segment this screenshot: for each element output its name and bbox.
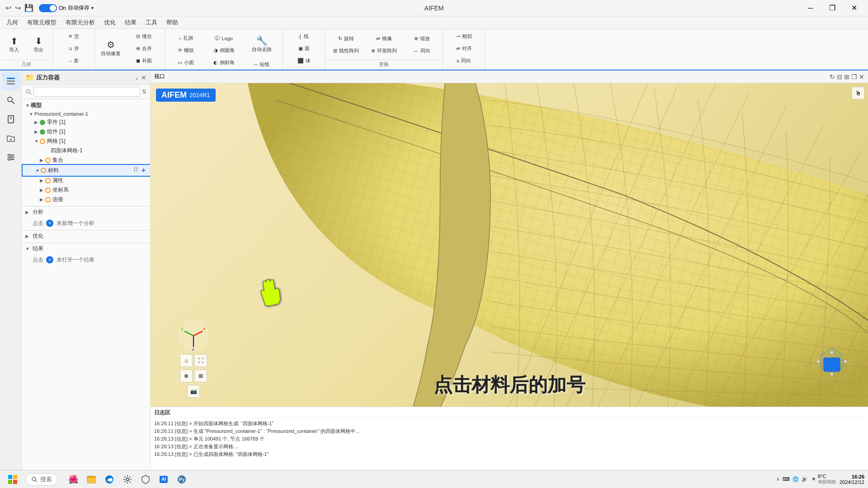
- search-sort-btn[interactable]: ⇅: [142, 89, 146, 95]
- optimization-section-header[interactable]: ▶ 优化: [22, 230, 150, 242]
- windows-start-btn[interactable]: [4, 471, 22, 488]
- taskbar-security-icon[interactable]: [137, 471, 154, 488]
- view-screenshot-btn[interactable]: 📷: [187, 385, 200, 398]
- tree-node-mesh[interactable]: ▼ 网格 [1]: [22, 136, 150, 146]
- 3d-cube-navigator[interactable]: [809, 339, 854, 384]
- union-btn[interactable]: ∪ 并: [56, 43, 92, 54]
- weather-widget[interactable]: ☀ 8°C 局部晴朗: [811, 474, 836, 485]
- settings-panel-icon[interactable]: [2, 148, 20, 166]
- tree-node-parts[interactable]: ▶ 零件 [1]: [22, 117, 150, 127]
- cut-line-btn[interactable]: ┤ 线: [286, 31, 322, 42]
- model-section-header[interactable]: ▼ 模型: [22, 101, 150, 110]
- tree-node-attribute[interactable]: ▶ 属性: [22, 176, 150, 185]
- bookmark-icon[interactable]: [2, 110, 20, 128]
- tray-volume-icon[interactable]: 🔊: [802, 476, 808, 482]
- analysis-section-header[interactable]: ▶ 分析: [22, 206, 150, 218]
- close-sidebar-btn[interactable]: ✕: [141, 74, 146, 81]
- redo-btn[interactable]: ↪: [13, 4, 23, 12]
- taskbar-files-icon[interactable]: [83, 471, 99, 488]
- time-widget[interactable]: 16:26 2024/12/12: [840, 474, 864, 485]
- close-btn[interactable]: ✕: [844, 0, 864, 16]
- assembly-align-btn[interactable]: ⇌ 对齐: [446, 43, 482, 54]
- maximize-btn[interactable]: ❐: [822, 0, 843, 16]
- tree-node-connection[interactable]: ▶ 连接: [22, 195, 150, 204]
- fillet-btn[interactable]: ◑ 倒圆角: [206, 45, 242, 56]
- tree-node-tet-mesh[interactable]: 四面体网格-1: [22, 146, 150, 155]
- taskbar-edge-icon[interactable]: [101, 471, 118, 488]
- autosave-toggle[interactable]: On 自动保存 ▾: [39, 4, 94, 12]
- viewport[interactable]: AIFEM 2024R1: [151, 83, 868, 407]
- vp-split-h-btn[interactable]: ⊟: [837, 73, 842, 80]
- vp-refresh-btn[interactable]: ↻: [830, 73, 835, 80]
- minimize-btn[interactable]: ─: [800, 0, 821, 16]
- view-grid-btn[interactable]: ⊞: [194, 370, 207, 382]
- ribbon-boolean-tools: ✕ 交 ∪ 并 − 差: [56, 31, 92, 66]
- vp-split-v-btn[interactable]: ⊞: [844, 73, 849, 80]
- taskbar-python-icon[interactable]: Py: [174, 471, 190, 488]
- cut-face-btn[interactable]: ▣ 面: [286, 43, 322, 54]
- align-direction-btn[interactable]: ↔ 同向: [404, 45, 440, 56]
- tree-node-coordinate[interactable]: ▶ 坐标系: [22, 185, 150, 195]
- logo-btn[interactable]: Ⓛ Logo: [206, 33, 242, 44]
- menu-results[interactable]: 结果: [120, 17, 141, 28]
- menu-fem-model[interactable]: 有限元模型: [23, 17, 61, 28]
- collapse-sidebar-btn[interactable]: ⌄: [134, 74, 139, 81]
- linear-array-btn[interactable]: ⊞ 线性阵列: [328, 45, 364, 56]
- save-btn[interactable]: 💾: [23, 4, 35, 12]
- tree-node-material[interactable]: ▼ 材料 🗋 +: [22, 165, 150, 176]
- tree-node-assembly[interactable]: ▶ 集合: [22, 155, 150, 165]
- add-folder-icon[interactable]: [2, 129, 20, 147]
- sew-btn[interactable]: ⊟ 缝合: [126, 31, 162, 42]
- export-btn[interactable]: ⬇ 导出: [27, 31, 50, 58]
- import-btn[interactable]: ⬆ 导入: [3, 31, 25, 58]
- scale-btn[interactable]: ⊕ 缩放: [404, 33, 440, 44]
- taskbar-flower-icon[interactable]: 🌺: [65, 471, 81, 488]
- menu-help[interactable]: 帮助: [162, 17, 183, 28]
- material-edit-btn[interactable]: 🗋: [132, 166, 140, 175]
- taskbar-settings-icon[interactable]: [119, 471, 136, 488]
- mirror-btn[interactable]: ⇌ 镜像: [366, 33, 402, 44]
- vp-close-btn[interactable]: ✕: [859, 73, 864, 80]
- taskbar-aifem-icon[interactable]: AI: [156, 471, 172, 488]
- auto-remove-btn[interactable]: 🔧 自动去除: [244, 31, 280, 58]
- add-analysis-btn[interactable]: 点击 + 来新增一个分析: [22, 218, 150, 229]
- search-panel-icon[interactable]: [2, 91, 20, 109]
- chamfer-btn[interactable]: ◐ 倒斜角: [206, 57, 242, 68]
- tangent-btn[interactable]: ⊸ 相切: [446, 31, 482, 42]
- fill-btn[interactable]: ◼ 补面: [126, 55, 162, 66]
- vp-maximize-btn[interactable]: ❐: [851, 73, 857, 80]
- view-home-btn[interactable]: ⌂: [180, 354, 193, 367]
- merge-btn[interactable]: ⊕ 合并: [126, 43, 162, 54]
- sidebar-search-input[interactable]: [33, 87, 140, 97]
- subtract-btn[interactable]: − 差: [56, 55, 92, 66]
- tray-expand-btn[interactable]: ∧: [776, 476, 780, 482]
- view-target-btn[interactable]: ⊕: [180, 370, 193, 382]
- short-line-btn[interactable]: ─ 短线: [244, 59, 280, 70]
- undo-btn[interactable]: ↩: [4, 4, 13, 12]
- material-add-btn[interactable]: +: [141, 166, 146, 175]
- menu-optimization[interactable]: 优化: [99, 17, 120, 28]
- menu-tools[interactable]: 工具: [141, 17, 162, 28]
- thread-btn[interactable]: ⟳ 螺纹: [168, 45, 204, 56]
- auto-repair-btn[interactable]: ⚙ 自动修复: [98, 35, 124, 62]
- autosave-dropdown-icon[interactable]: ▾: [91, 5, 94, 10]
- small-face-btn[interactable]: ▭ 小面: [168, 57, 204, 68]
- same-dir-btn[interactable]: ≡ 同向: [446, 55, 482, 66]
- intersect-btn[interactable]: ✕ 交: [56, 31, 92, 42]
- open-result-btn[interactable]: 点击 + 来打开一个结果: [22, 254, 150, 266]
- hole-btn[interactable]: ○ 孔洞: [168, 33, 204, 44]
- cut-body-btn[interactable]: ⬛ 体: [286, 55, 322, 66]
- autosave-switch[interactable]: [39, 4, 57, 12]
- menu-geometry[interactable]: 几何: [2, 17, 23, 28]
- tree-node-pressurized[interactable]: ▼ Pressurized_container-1: [22, 110, 150, 117]
- circular-array-btn[interactable]: ⊗ 环形阵列: [366, 45, 402, 56]
- rotate-btn[interactable]: ↻ 旋转: [328, 33, 364, 44]
- view-fit-btn[interactable]: ⛶: [194, 354, 207, 367]
- taskbar-search-box[interactable]: 搜索: [25, 473, 58, 486]
- menu-fem-analysis[interactable]: 有限元分析: [61, 17, 99, 28]
- tree-node-groups[interactable]: ▶ 组件 [1]: [22, 127, 150, 136]
- tray-network-icon[interactable]: 🌐: [793, 476, 799, 482]
- vp-cursor-btn[interactable]: 🖱: [852, 87, 864, 99]
- results-section-header[interactable]: ▼ 结果: [22, 243, 150, 254]
- model-view-icon[interactable]: [2, 72, 20, 90]
